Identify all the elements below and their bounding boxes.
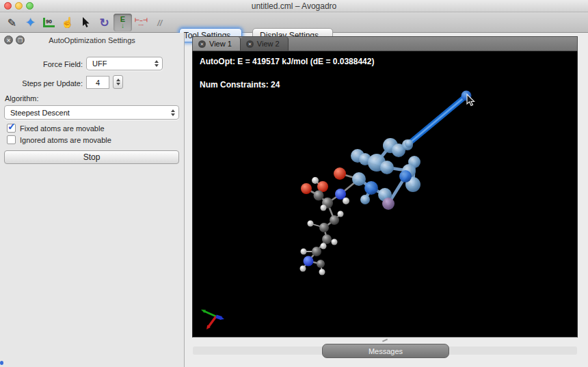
steps-per-update-input[interactable]: 4 [86,76,109,89]
selected-atom [380,161,394,174]
view-tabbar: ✕ View 1 ✕ View 2 [192,36,578,51]
drag-bond-stick[interactable] [409,96,466,144]
force-field-value: UFF [92,59,107,68]
carbon-atom [312,247,321,256]
ignored-atoms-label: Ignored atoms are movable [20,136,111,144]
manipulate-tool-button[interactable]: ☝ [58,14,77,31]
hydrogen-atom [319,269,325,275]
stepper-up-icon[interactable] [116,79,120,81]
fixed-atoms-label: Fixed atoms are movable [20,124,105,133]
messages-resize-handle[interactable] [382,338,388,342]
measure-icon: ⊢–⊣ ··· [135,18,147,27]
tab-close-icon[interactable]: ✕ [198,40,206,48]
main-view-area: ✕ View 1 ✕ View 2 AutoOpt: E = 419517 kJ… [192,36,578,364]
panel-header: ✕ ❐ AutoOptimization Settings [0,33,184,46]
auto-optimize-tool-button[interactable]: E ↓ [113,14,132,31]
fixed-atoms-checkbox[interactable]: ✓ [7,124,16,133]
nitrogen-atom [335,189,346,200]
checkmark-icon: ✓ [8,121,16,132]
force-field-select[interactable]: UFF [86,57,163,70]
hydrogen-atom [301,249,307,255]
hydrogen-atom [312,177,319,184]
optimize-energy-icon: E ↓ [120,16,125,29]
auto-rotate-tool-button[interactable]: ↻ [95,14,113,31]
tool-group: ✎ ✦ 90 ☝ ↻ E ↓ [3,14,169,31]
pencil-icon: ✎ [8,16,16,29]
steps-per-update-label: Steps per Update: [0,79,83,87]
hand-icon: ☝ [61,16,74,29]
bond-centric-icon: // [157,18,162,28]
corner-grip-dot [0,361,3,365]
hydrogen-atom [321,243,327,249]
algorithm-value: Steepest Descent [10,109,70,117]
hydrogen-atom [321,205,327,211]
fixed-atoms-checkbox-row[interactable]: ✓ Fixed atoms are movable [7,124,105,133]
carbon-atom [314,191,324,201]
selection-tool-button[interactable] [77,14,95,31]
tab-view-2[interactable]: ✕ View 2 [241,37,289,51]
carbon-atom [319,223,329,232]
molecule-viewport[interactable]: AutoOpt: E = 419517 kJ/mol (dE = 0.03884… [192,51,578,338]
stepper-down-icon[interactable] [116,83,120,85]
stop-button[interactable]: Stop [4,150,179,164]
tab-label: View 1 [209,40,232,48]
molecule-render [193,51,577,336]
algorithm-select[interactable]: Steepest Descent [4,105,179,120]
force-field-label: Force Field: [0,60,83,68]
angle-90-icon: 90 [43,18,55,27]
bond-centric-tool-button[interactable]: // [150,14,169,31]
tab-label: View 2 [257,40,280,48]
panel-title: AutoOptimization Settings [0,36,184,44]
selected-atom [405,139,413,148]
toolbar: ✎ ✦ 90 ☝ ↻ E ↓ [0,12,588,33]
selected-purple-atom [382,198,395,210]
selected-nitrogen-atom [399,170,412,182]
tab-view-1[interactable]: ✕ View 1 [193,37,241,51]
rotate-icon: ↻ [99,16,109,30]
measure-tool-button[interactable]: ⊢–⊣ ··· [132,14,150,31]
nitrogen-atom [304,256,314,267]
oxygen-atom [301,183,312,194]
draw-tool-button[interactable]: ✎ [3,14,21,31]
selected-atom [352,172,366,186]
steps-stepper[interactable] [113,75,123,89]
messages-button[interactable]: Messages [322,344,449,358]
tab-close-icon[interactable]: ✕ [246,40,254,48]
hydrogen-atom [343,198,349,204]
measure-angle-tool-button[interactable]: 90 [40,14,58,31]
select-arrows-icon [155,60,159,67]
algorithm-label: Algorithm: [5,94,39,103]
cursor-arrow-icon [81,17,91,28]
navigate-tool-button[interactable]: ✦ [21,14,40,31]
carbon-atom [317,260,325,268]
hydrogen-atom [300,266,306,272]
avogadro-window: untitled.cml – Avogadro ✎ ✦ 90 ☝ ↻ [0,0,588,367]
carbon-atom [330,215,339,225]
ignored-atoms-checkbox-row[interactable]: Ignored atoms are movable [7,135,111,144]
autooptimization-panel: ✕ ❐ AutoOptimization Settings Force Fiel… [0,33,185,367]
axes-gizmo [201,310,224,329]
hydrogen-atom [332,239,338,245]
atoms[interactable] [300,167,350,275]
window-title: untitled.cml – Avogadro [0,1,588,11]
oxygen-atom [334,167,346,180]
navigate-star-icon: ✦ [25,15,36,30]
hydrogen-atom [308,221,314,227]
selected-atom [360,195,370,204]
select-arrows-icon [171,109,175,116]
ignored-atoms-checkbox[interactable] [7,135,16,144]
carbon-atom [322,234,332,244]
hydrogen-atom [338,211,344,217]
titlebar: untitled.cml – Avogadro [0,0,588,12]
selected-nitrogen-atom [364,181,378,195]
